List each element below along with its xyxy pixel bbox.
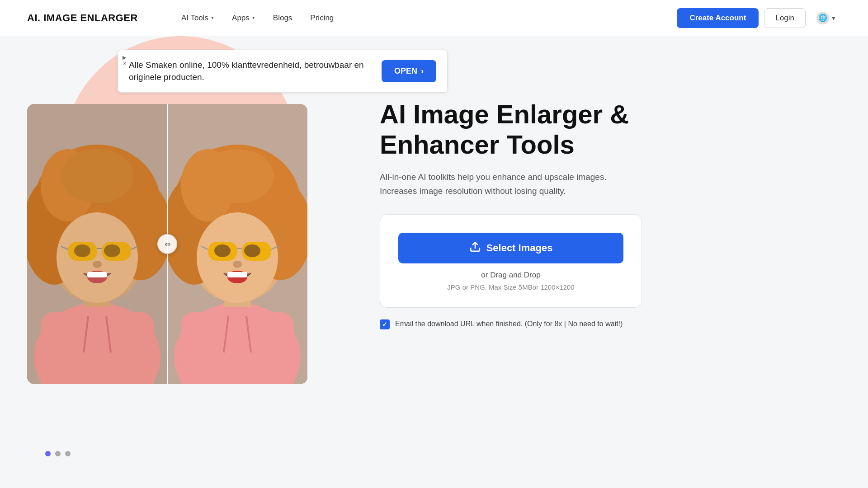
svg-point-42 <box>244 244 260 257</box>
email-notification-row: Email the download URL when finished. (O… <box>380 319 642 329</box>
ad-open-button[interactable]: OPEN › <box>382 60 436 82</box>
right-panel: AI Image Enlarger & Enhancer Tools All-i… <box>344 50 841 443</box>
image-comparison-viewer: ⇔ <box>27 104 307 384</box>
header-actions: Create Account Login 🌐 ▾ <box>677 8 841 28</box>
left-panel: ▶✕ Alle Smaken online, 100% klanttevrede… <box>27 50 344 443</box>
image-before <box>27 104 167 384</box>
svg-rect-26 <box>181 312 294 384</box>
upload-box: Select Images or Drag and Drop JPG or PN… <box>380 214 642 308</box>
svg-point-17 <box>74 244 90 257</box>
header: AI. IMAGE ENLARGER AI Tools ▾ Apps ▾ Blo… <box>0 0 868 36</box>
hero-subtitle: All-in-one AI toolkits help you enhance … <box>380 170 841 198</box>
svg-rect-2 <box>41 312 154 384</box>
svg-point-19 <box>93 261 102 268</box>
dot-3[interactable] <box>65 451 71 456</box>
horizontal-arrows-icon: ⇔ <box>165 240 170 249</box>
lang-dropdown-arrow: ▾ <box>832 14 835 22</box>
login-button[interactable]: Login <box>764 8 806 28</box>
globe-icon: 🌐 <box>816 12 829 24</box>
upload-icon <box>469 241 481 255</box>
create-account-button[interactable]: Create Account <box>677 8 759 28</box>
nav-item-apps[interactable]: Apps ▾ <box>225 10 262 26</box>
hero-title: AI Image Enlarger & Enhancer Tools <box>380 99 841 160</box>
nav: AI Tools ▾ Apps ▾ Blogs Pricing <box>174 10 659 26</box>
hero-title-line2: Enhancer Tools <box>380 130 575 159</box>
carousel-dots <box>45 451 71 456</box>
language-selector[interactable]: 🌐 ▾ <box>811 8 841 28</box>
svg-rect-21 <box>87 272 107 277</box>
chevron-down-icon: ▾ <box>211 15 214 21</box>
nav-item-blogs[interactable]: Blogs <box>266 10 300 26</box>
svg-point-43 <box>233 261 242 268</box>
ad-icon: ▶✕ <box>123 55 127 66</box>
arrow-right-icon: › <box>421 66 424 76</box>
dot-1[interactable] <box>45 451 51 456</box>
nav-item-pricing[interactable]: Pricing <box>303 10 341 26</box>
drag-drop-text: or Drag and Drop <box>398 271 623 280</box>
svg-point-41 <box>214 244 231 257</box>
main-content: ▶✕ Alle Smaken online, 100% klanttevrede… <box>0 36 868 443</box>
ad-text: Alle Smaken online, 100% klanttevredenhe… <box>129 59 371 83</box>
svg-rect-45 <box>227 272 247 277</box>
svg-point-34 <box>201 149 274 203</box>
hero-title-line1: AI Image Enlarger & <box>380 99 629 129</box>
svg-point-18 <box>104 244 120 257</box>
image-after <box>167 104 307 384</box>
svg-point-10 <box>61 149 133 203</box>
comparison-drag-handle[interactable]: ⇔ <box>157 234 177 254</box>
file-info-text: JPG or PNG. Max Size 5MBor 1200×1200 <box>398 283 623 291</box>
email-checkbox-wrap[interactable] <box>380 319 390 329</box>
logo: AI. IMAGE ENLARGER <box>27 12 138 24</box>
select-images-button[interactable]: Select Images <box>398 233 623 263</box>
chevron-down-icon: ▾ <box>252 15 255 21</box>
email-label: Email the download URL when finished. (O… <box>395 319 623 329</box>
nav-item-ai-tools[interactable]: AI Tools ▾ <box>174 10 221 26</box>
dot-2[interactable] <box>55 451 61 456</box>
ad-banner: ▶✕ Alle Smaken online, 100% klanttevrede… <box>118 50 448 93</box>
